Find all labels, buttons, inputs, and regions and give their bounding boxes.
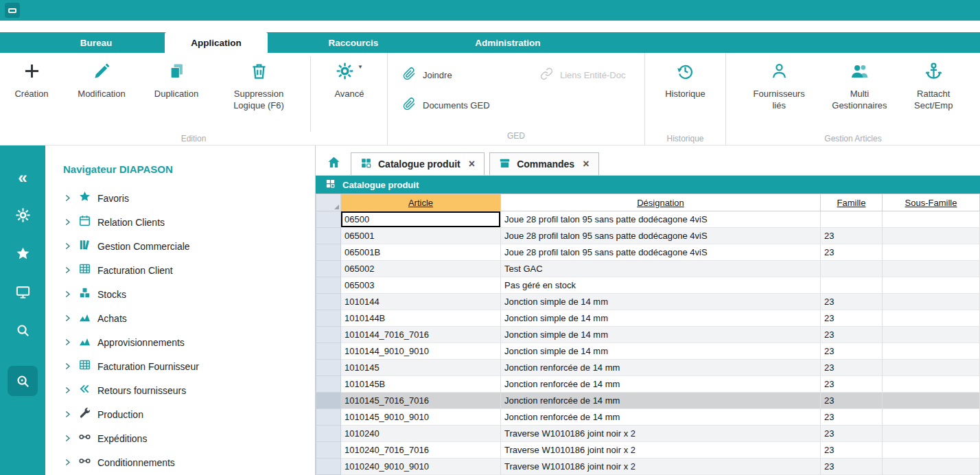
cell-designation[interactable]: Jonction simple de 14 mm xyxy=(501,310,821,327)
chevron-right-icon[interactable] xyxy=(63,458,72,467)
cell-designation[interactable]: Jonction simple de 14 mm xyxy=(501,327,821,343)
row-selector[interactable] xyxy=(316,459,341,475)
cell-famille[interactable] xyxy=(821,277,883,294)
rattacht-sect-emp-button[interactable]: RattachtSect/Emp xyxy=(914,53,953,134)
row-selector[interactable] xyxy=(316,426,341,442)
cell-famille[interactable] xyxy=(821,261,883,277)
table-row[interactable]: 065001Joue 28 profil talon 95 sans patte… xyxy=(316,228,980,244)
sidebar-item-conditionnements[interactable]: Conditionnements xyxy=(45,450,315,474)
cell-designation[interactable]: Traverse W1010186 joint noir x 2 xyxy=(501,442,821,459)
chevron-down-icon[interactable]: ▼ xyxy=(358,62,363,70)
cell-sous-famille[interactable] xyxy=(883,376,980,393)
modification-button[interactable]: Modification xyxy=(63,53,140,134)
cell-sous-famille[interactable] xyxy=(883,442,980,459)
strip-favorites-button[interactable] xyxy=(0,238,45,272)
cell-article[interactable]: 1010240_9010_9010 xyxy=(341,459,501,475)
cell-designation[interactable]: Jonction renforcée de 14 mm xyxy=(501,376,821,393)
sidebar-item-gestion-commerciale[interactable]: Gestion Commerciale xyxy=(45,234,315,258)
cell-designation[interactable]: Test GAC xyxy=(501,261,821,277)
cell-designation[interactable]: Jonction simple de 14 mm xyxy=(501,343,821,360)
duplication-button[interactable]: Duplication xyxy=(140,53,213,134)
sidebar-item-facturation-client[interactable]: Facturation Client xyxy=(45,258,315,282)
row-selector[interactable] xyxy=(316,310,341,327)
multi-gestionnaires-button[interactable]: MultiGestionnaires xyxy=(832,53,887,134)
cell-article[interactable]: 065002 xyxy=(341,261,501,277)
cell-article[interactable]: 06500 xyxy=(341,211,501,228)
cell-sous-famille[interactable] xyxy=(883,426,980,442)
sidebar-item-stocks[interactable]: Stocks xyxy=(45,282,315,306)
cell-famille[interactable]: 23 xyxy=(821,409,883,426)
strip-advanced-search-button[interactable] xyxy=(0,364,45,398)
row-selector[interactable] xyxy=(316,211,341,228)
cell-article[interactable]: 1010145_7016_7016 xyxy=(341,393,501,409)
historique-button[interactable]: Historique xyxy=(665,53,705,134)
chevron-right-icon[interactable] xyxy=(63,266,72,275)
row-selector[interactable] xyxy=(316,244,341,261)
cell-article[interactable]: 1010240 xyxy=(341,426,501,442)
chevron-right-icon[interactable] xyxy=(63,290,72,299)
ribbon-tab-application[interactable]: Application xyxy=(165,32,268,53)
table-row[interactable]: 065002Test GAC xyxy=(316,261,980,277)
ribbon-tab-administration[interactable]: Administration xyxy=(439,32,576,53)
cell-sous-famille[interactable] xyxy=(883,327,980,343)
cell-article[interactable]: 1010144_7016_7016 xyxy=(341,327,501,343)
cell-designation[interactable]: Pas géré en stock xyxy=(501,277,821,294)
suppression-logique-button[interactable]: SuppressionLogique (F6) xyxy=(213,53,305,134)
cell-designation[interactable]: Jonction renforcée de 14 mm xyxy=(501,393,821,409)
cell-article[interactable]: 1010144 xyxy=(341,294,501,310)
table-row[interactable]: 065001BJoue 28 profil talon 95 sans patt… xyxy=(316,244,980,261)
cell-famille[interactable]: 23 xyxy=(821,442,883,459)
cell-sous-famille[interactable] xyxy=(883,393,980,409)
close-tab-icon[interactable]: × xyxy=(469,158,475,170)
strip-desktop-button[interactable] xyxy=(0,276,45,310)
cell-famille[interactable]: 23 xyxy=(821,426,883,442)
creation-button[interactable]: Création xyxy=(0,53,63,134)
table-row[interactable]: 1010144_7016_7016Jonction simple de 14 m… xyxy=(316,327,980,343)
column-header-sous-famille[interactable]: Sous-Famille xyxy=(883,194,980,211)
home-tab-button[interactable] xyxy=(321,152,346,175)
table-row[interactable]: 1010145BJonction renforcée de 14 mm23 xyxy=(316,376,980,393)
row-selector[interactable] xyxy=(316,277,341,294)
chevron-right-icon[interactable] xyxy=(63,194,72,202)
cell-article[interactable]: 065003 xyxy=(341,277,501,294)
chevron-right-icon[interactable] xyxy=(63,386,72,395)
table-row[interactable]: 1010240_7016_7016Traverse W1010186 joint… xyxy=(316,442,980,459)
table-row[interactable]: 06500Joue 28 profil talon 95 sans patte … xyxy=(316,211,980,228)
row-selector[interactable] xyxy=(316,409,341,426)
column-header-designation[interactable]: Désignation xyxy=(501,194,821,211)
table-row[interactable]: 1010145Jonction renforcée de 14 mm23 xyxy=(316,360,980,376)
cell-article[interactable]: 1010240_7016_7016 xyxy=(341,442,501,459)
tab-commandes[interactable]: Commandes × xyxy=(489,152,598,175)
sidebar-item-approvisionnements[interactable]: Approvisionnements xyxy=(45,330,315,354)
table-row[interactable]: 1010144_9010_9010Jonction simple de 14 m… xyxy=(316,343,980,360)
table-row[interactable]: 1010240Traverse W1010186 joint noir x 22… xyxy=(316,426,980,442)
sidebar-item-relation-clients[interactable]: Relation Clients xyxy=(45,210,315,234)
row-selector[interactable] xyxy=(316,343,341,360)
chevron-right-icon[interactable] xyxy=(63,362,72,371)
chevron-right-icon[interactable] xyxy=(63,338,72,347)
cell-designation[interactable]: Jonction renforcée de 14 mm xyxy=(501,409,821,426)
cell-designation[interactable]: Joue 28 profil talon 95 sans patte dodéc… xyxy=(501,211,821,228)
collapse-sidebar-button[interactable]: « xyxy=(0,161,45,195)
column-header-famille[interactable]: Famille xyxy=(821,194,883,211)
sidebar-item-expeditions[interactable]: Expéditions xyxy=(45,426,315,450)
avance-button[interactable]: ▼ Avancé xyxy=(316,53,382,134)
sidebar-item-favoris[interactable]: Favoris xyxy=(45,186,315,210)
cell-designation[interactable]: Traverse W1010186 joint noir x 2 xyxy=(501,426,821,442)
cell-article[interactable]: 1010145 xyxy=(341,360,501,376)
cell-sous-famille[interactable] xyxy=(883,409,980,426)
cell-designation[interactable]: Jonction renforcée de 14 mm xyxy=(501,360,821,376)
table-row[interactable]: 1010144BJonction simple de 14 mm23 xyxy=(316,310,980,327)
row-selector[interactable] xyxy=(316,393,341,409)
cell-article[interactable]: 1010145B xyxy=(341,376,501,393)
column-header-article[interactable]: Article xyxy=(341,194,501,211)
cell-famille[interactable]: 23 xyxy=(821,228,883,244)
sidebar-item-retours-fournisseurs[interactable]: Retours fournisseurs xyxy=(45,378,315,402)
cell-famille[interactable] xyxy=(821,211,883,228)
cell-famille[interactable]: 23 xyxy=(821,459,883,475)
row-selector[interactable] xyxy=(316,294,341,310)
table-row[interactable]: 1010240_9010_9010Traverse W1010186 joint… xyxy=(316,459,980,475)
cell-sous-famille[interactable] xyxy=(883,310,980,327)
cell-famille[interactable]: 23 xyxy=(821,310,883,327)
cell-designation[interactable]: Jonction simple de 14 mm xyxy=(501,294,821,310)
